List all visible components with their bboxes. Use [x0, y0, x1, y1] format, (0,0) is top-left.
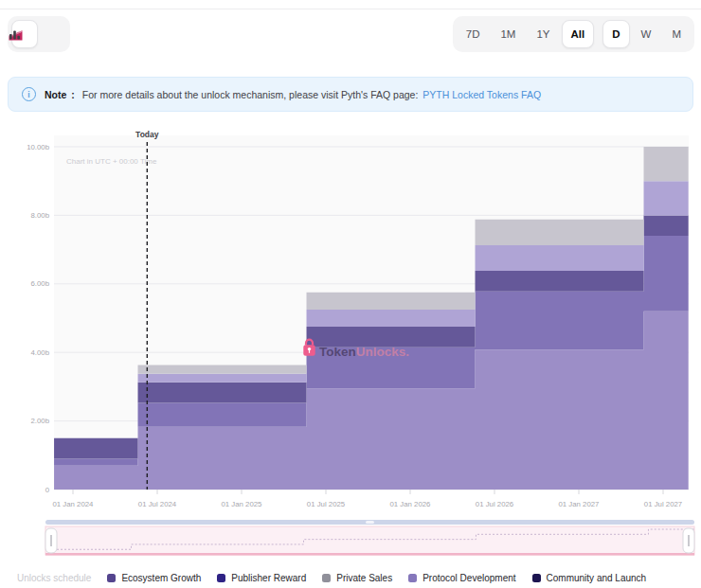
note-banner: i Note : For more details about the unlo… [8, 77, 693, 112]
brush-scrollbar-notch [366, 521, 374, 524]
brush-handle-left[interactable] [45, 528, 57, 553]
chart-type-toggle-group [8, 16, 70, 52]
chart-brush-navigator[interactable] [0, 520, 701, 562]
note-separator: : [71, 89, 75, 100]
legend-item-protocol-development[interactable]: Protocol Development [408, 573, 515, 583]
range-button-all[interactable]: All [562, 20, 595, 48]
x-axis-label: 01 Jan 2024 [53, 500, 95, 508]
unlock-schedule-chart[interactable]: 02.00b4.00b6.00b8.00b10.00b01 Jan 202401… [0, 125, 701, 516]
legend-label: Ecosystem Growth [121, 573, 201, 583]
info-icon: i [22, 87, 36, 101]
legend-item-private-sales[interactable]: Private Sales [322, 573, 392, 583]
x-axis-label: 01 Jan 2025 [222, 500, 263, 508]
legend-swatch [322, 574, 331, 582]
watermark-text: TokenUnlocks. [319, 345, 409, 359]
bar-chart-button[interactable] [40, 20, 66, 48]
range-button-d[interactable]: D [602, 20, 629, 48]
brush-handle-right[interactable] [683, 528, 694, 553]
range-button-w[interactable]: W [632, 20, 661, 48]
legend-swatch [217, 574, 225, 582]
range-button-m[interactable]: M [662, 20, 691, 48]
x-axis-label: 01 Jul 2027 [644, 500, 682, 508]
y-axis-label: 0 [45, 486, 50, 494]
x-axis-label: 01 Jul 2025 [307, 500, 346, 508]
range-selector-group: 7D1M1YAllDWM [453, 16, 694, 52]
timezone-label: Chart in UTC + 00:00 Time [66, 157, 157, 166]
chart-legend: Unlocks schedule Ecosystem GrowthPublish… [17, 569, 701, 586]
x-axis-label: 01 Jul 2026 [476, 500, 513, 508]
legend-swatch [408, 574, 417, 582]
x-axis-label: 01 Jan 2026 [390, 500, 431, 508]
note-text: For more details about the unlock mechan… [82, 89, 419, 100]
brush-bottom-accent [45, 553, 694, 556]
y-axis-label: 4.00b [30, 348, 49, 357]
range-button-1y[interactable]: 1Y [527, 20, 559, 48]
y-axis-label: 8.00b [30, 211, 49, 220]
legend-swatch [532, 574, 541, 582]
note-label: Note [45, 89, 66, 100]
y-axis-label: 6.00b [30, 279, 49, 288]
legend-label: Private Sales [336, 573, 392, 583]
x-axis-label: 01 Jul 2024 [138, 500, 177, 508]
bar-chart-icon [8, 27, 22, 42]
range-button-7d[interactable]: 7D [457, 20, 490, 48]
brush-selected-range[interactable] [45, 526, 694, 555]
legend-swatch [107, 574, 116, 582]
legend-label: Protocol Development [422, 573, 515, 583]
toolbar: 7D1M1YAllDWM [8, 16, 694, 52]
legend-title: Unlocks schedule [17, 573, 91, 583]
token-unlocks-app: 7D1M1YAllDWM i Note : For more details a… [0, 0, 701, 588]
legend-item-community-and-launch[interactable]: Community and Launch [532, 573, 647, 583]
lock-keyhole-stem [309, 350, 310, 353]
pyth-faq-link[interactable]: PYTH Locked Tokens FAQ [422, 89, 541, 100]
y-axis-label: 2.00b [30, 417, 49, 425]
top-strip [0, 0, 701, 9]
range-button-1m[interactable]: 1M [491, 20, 525, 48]
legend-label: Publisher Reward [231, 573, 306, 583]
today-label: Today [135, 130, 159, 139]
legend-label: Community and Launch [547, 573, 647, 583]
x-axis-label: 01 Jan 2027 [559, 500, 600, 508]
legend-item-publisher-reward[interactable]: Publisher Reward [217, 573, 306, 583]
legend-item-ecosystem-growth[interactable]: Ecosystem Growth [107, 573, 201, 583]
y-axis-label: 10.00b [27, 143, 50, 151]
